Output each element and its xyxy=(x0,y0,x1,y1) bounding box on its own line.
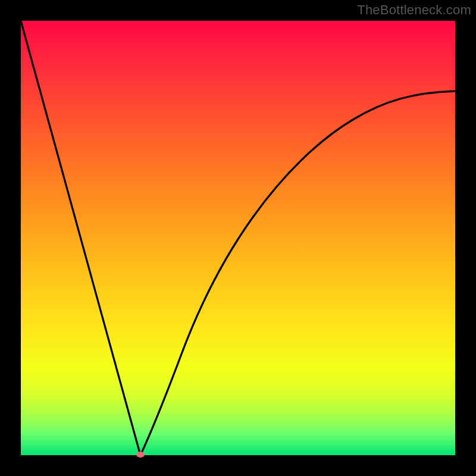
watermark-text: TheBottleneck.com xyxy=(357,2,471,18)
bottleneck-curve xyxy=(21,21,455,455)
minimum-marker xyxy=(136,452,145,458)
chart-frame: TheBottleneck.com xyxy=(0,0,476,476)
gradient-plot-area xyxy=(21,21,455,455)
curve-path xyxy=(21,21,455,455)
